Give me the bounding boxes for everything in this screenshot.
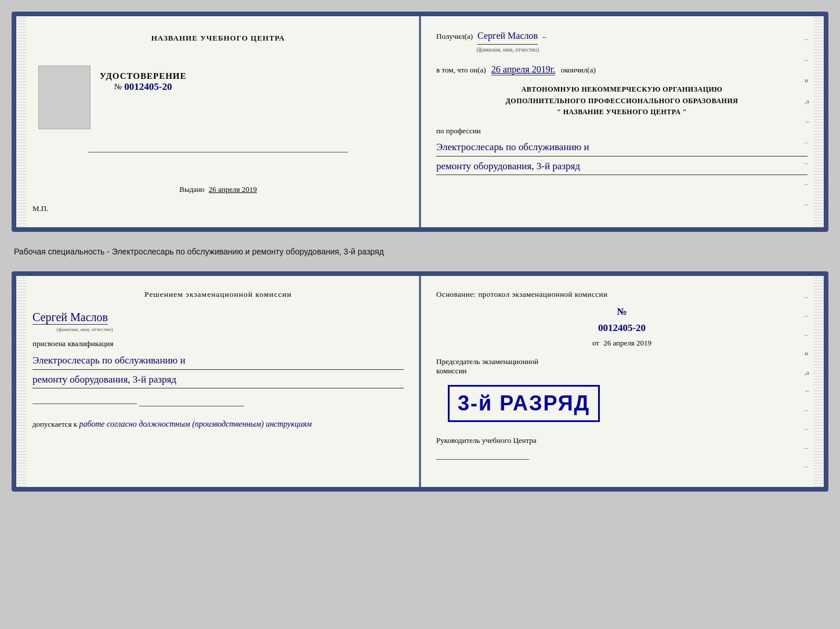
mp-text: М.П. [32, 204, 48, 213]
rukavod-block: Руководитель учебного Центра [436, 436, 808, 460]
chairman-block: Председатель экзаменационной комиссии 3-… [436, 357, 808, 431]
profession-line2: ремонту оборудования, 3-й разряд [436, 159, 808, 176]
poluchil-label: Получил(а) [436, 30, 473, 43]
vtom-line: в том, что он(а) 26 апреля 2019г. окончи… [436, 61, 808, 77]
qual-line2: ремонту оборудования, 3-й разряд [32, 372, 404, 389]
udost-block: УДОСТОВЕРЕНИЕ № 0012405-20 [100, 71, 187, 93]
profession-line1: Электрослесарь по обслуживанию и [436, 140, 808, 157]
recipient-name: Сергей Маслов [477, 28, 538, 45]
stamp-box: 3-й РАЗРЯД [448, 385, 600, 422]
top-doc-right: Получил(а) Сергей Маслов (фамилия, имя, … [420, 16, 824, 227]
vtom-date: 26 апреля 2019г. [491, 64, 556, 75]
dopusk-text: работе согласно должностным (производств… [79, 420, 312, 428]
protocol-num-prefix: № [617, 306, 627, 317]
poluchil-line: Получил(а) Сергей Маслов (фамилия, имя, … [436, 28, 808, 54]
resheniye-title: Решением экзаменационной комиссии [32, 290, 404, 299]
chairman-label: Председатель экзаменационной комиссии [436, 357, 552, 376]
stamp-text: 3-й РАЗРЯД [458, 391, 590, 416]
okonchil-label: окончил(а) [561, 66, 596, 74]
bottom-name-sub: (фамилия, имя, отчество) [32, 326, 137, 332]
training-center-title: НАЗВАНИЕ УЧЕБНОГО ЦЕНТРА [151, 34, 285, 43]
udost-num: 0012405-20 [124, 81, 172, 93]
name-sublabel: (фамилия, имя, отчество) [476, 45, 539, 54]
po-professii-label: по профессии Электрослесарь по обслужива… [436, 125, 808, 175]
bottom-name: Сергей Маслов [32, 311, 108, 325]
dash: – [542, 30, 546, 43]
qual-line1: Электрослесарь по обслуживанию и [32, 353, 404, 370]
vydano-line: Выдано 26 апреля 2019 [179, 185, 256, 194]
vydano-label: Выдано [179, 185, 204, 194]
bottom-doc-right: Основание: протокол экзаменационной коми… [420, 276, 824, 487]
dopuskaetsya-block: допускается к работе согласно должностны… [32, 420, 404, 429]
po-professii-text: по профессии [436, 126, 481, 135]
bottom-doc-left: Решением экзаменационной комиссии Сергей… [16, 276, 420, 487]
ot-label: от [592, 339, 599, 347]
autonomy-line1: АВТОНОМНУЮ НЕКОММЕРЧЕСКУЮ ОРГАНИЗАЦИЮ [436, 84, 808, 95]
prisvoena-label: присвоена квалификация [32, 339, 404, 348]
photo-placeholder [38, 66, 90, 129]
description-text: Рабочая специальность - Электрослесарь п… [12, 242, 828, 261]
udost-num-prefix: № [114, 82, 122, 92]
page-wrapper: НАЗВАНИЕ УЧЕБНОГО ЦЕНТРА УДОСТОВЕРЕНИЕ №… [12, 12, 828, 492]
right-edge-marks: – – и ,а ← – – – – [805, 34, 811, 210]
top-doc-left: НАЗВАНИЕ УЧЕБНОГО ЦЕНТРА УДОСТОВЕРЕНИЕ №… [16, 16, 420, 227]
autonomy-center: " НАЗВАНИЕ УЧЕБНОГО ЦЕНТРА " [436, 107, 808, 118]
udost-title: УДОСТОВЕРЕНИЕ [100, 71, 187, 81]
autonomy-line2: ДОПОЛНИТЕЛЬНОГО ПРОФЕССИОНАЛЬНОГО ОБРАЗО… [436, 96, 808, 107]
protocol-num: 0012405-20 [436, 322, 808, 334]
vtom-label: в том, что он(а) [436, 66, 486, 74]
autonomy-block: АВТОНОМНУЮ НЕКОММЕРЧЕСКУЮ ОРГАНИЗАЦИЮ ДО… [436, 84, 808, 118]
ot-date-value: 26 апреля 2019 [603, 339, 651, 347]
top-document: НАЗВАНИЕ УЧЕБНОГО ЦЕНТРА УДОСТОВЕРЕНИЕ №… [12, 12, 828, 232]
dopuskaetsya-label: допускается к [32, 420, 77, 428]
vydano-date: 26 апреля 2019 [209, 185, 257, 194]
bottom-right-edge-marks: – – – и ,а ← – – – – [805, 293, 811, 470]
osnovaniye-text: Основание: протокол экзаменационной коми… [436, 290, 808, 299]
bottom-document: Решением экзаменационной комиссии Сергей… [12, 271, 828, 492]
rukavod-label: Руководитель учебного Центра [436, 436, 808, 445]
ot-date-line: от 26 апреля 2019 [436, 339, 808, 348]
